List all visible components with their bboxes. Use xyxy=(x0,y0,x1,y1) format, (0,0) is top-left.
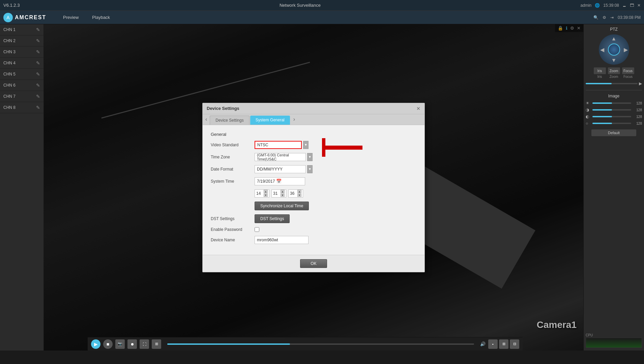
fullscreen-button[interactable]: ⛶ xyxy=(140,339,149,349)
iris-button[interactable]: Iris xyxy=(594,67,606,74)
speed-up-icon[interactable]: ▶ xyxy=(639,81,642,86)
ptz-controls: Iris Iris Zoom Zoom Focus Focus xyxy=(594,67,634,79)
chn8-label: CHN 8 xyxy=(3,105,16,110)
contrast-track[interactable] xyxy=(592,109,631,111)
close-icon[interactable]: ✕ xyxy=(637,3,641,8)
view-layout-controls: ▪ ⊞ ⊟ xyxy=(488,339,519,349)
minute-up[interactable]: ▲ xyxy=(281,190,285,193)
second-up[interactable]: ▲ xyxy=(297,190,301,193)
sidebar-item-chn5[interactable]: CHN 5 ✎ xyxy=(0,69,43,80)
calendar-icon[interactable]: 📅 xyxy=(276,179,282,184)
cpu-label: CPU xyxy=(586,333,642,337)
video-standard-select[interactable]: NTSC xyxy=(255,141,302,149)
hour-up[interactable]: ▲ xyxy=(264,190,268,193)
chn7-label: CHN 7 xyxy=(3,94,16,99)
zoom-button[interactable]: Zoom xyxy=(608,67,620,74)
dialog-tabs: ‹ Device Settings System General › xyxy=(203,114,425,125)
second-spinner[interactable]: ▲ ▼ xyxy=(297,190,301,197)
maximize-icon[interactable]: 🗖 xyxy=(630,3,634,8)
brightness-track[interactable] xyxy=(592,102,631,104)
saturation-value: 128 xyxy=(633,115,642,119)
dst-settings-button[interactable]: DST Settings xyxy=(255,214,290,223)
minute-spinner[interactable]: ▲ ▼ xyxy=(281,190,285,197)
ok-button[interactable]: OK xyxy=(300,259,327,268)
volume-icon[interactable]: 🔊 xyxy=(480,341,486,346)
sync-local-time-button[interactable]: Synchronize Local Time xyxy=(255,202,309,210)
settings-icon[interactable]: ⚙ xyxy=(603,15,606,20)
hour-down[interactable]: ▼ xyxy=(264,193,268,197)
red-arrow-svg xyxy=(322,138,366,157)
sidebar-item-chn6[interactable]: CHN 6 ✎ xyxy=(0,80,43,91)
speed-slider-track[interactable] xyxy=(586,83,638,84)
focus-button[interactable]: Focus xyxy=(622,67,634,74)
saturation-slider-row: ◐ 128 xyxy=(586,114,642,119)
sidebar-item-chn1[interactable]: CHN 1 ✎ xyxy=(0,24,43,35)
image-label: Image xyxy=(608,94,619,98)
hour-input[interactable]: 14 ▲ ▼ xyxy=(255,189,269,198)
admin-label: admin xyxy=(581,3,592,8)
second-value: 36 xyxy=(290,191,294,196)
dialog-footer: OK xyxy=(203,255,425,272)
sharpness-track[interactable] xyxy=(592,123,631,124)
single-view-button[interactable]: ▪ xyxy=(488,339,498,349)
layout-button[interactable]: ⊞ xyxy=(152,339,161,349)
ptz-down-button[interactable]: ▼ xyxy=(611,57,617,63)
system-date-field[interactable]: 7/19/2017 📅 xyxy=(255,177,305,185)
sidebar-item-chn7[interactable]: CHN 7 ✎ xyxy=(0,91,43,102)
saturation-fill xyxy=(592,116,612,117)
tabs-prev-button[interactable]: ‹ xyxy=(203,114,210,125)
tab-device-settings[interactable]: Device Settings xyxy=(210,116,249,125)
sidebar-item-chn2[interactable]: CHN 2 ✎ xyxy=(0,35,43,47)
search-icon[interactable]: 🔍 xyxy=(593,15,598,20)
device-name-input[interactable] xyxy=(255,236,309,244)
nav-right: 🔍 ⚙ ⇥ 03:39:08 PM xyxy=(593,15,641,20)
progress-bar[interactable] xyxy=(167,343,474,345)
sidebar-item-chn3[interactable]: CHN 3 ✎ xyxy=(0,47,43,58)
record-button[interactable]: ⏺ xyxy=(127,339,137,349)
grid-view-button[interactable]: ⊟ xyxy=(510,339,519,349)
quad-view-button[interactable]: ⊞ xyxy=(499,339,508,349)
topbar-time: 15:39:08 xyxy=(603,3,619,8)
minimize-icon[interactable]: 🗕 xyxy=(622,3,626,8)
second-down[interactable]: ▼ xyxy=(297,193,301,197)
sidebar: CHN 1 ✎ CHN 2 ✎ CHN 3 ✎ CHN 4 ✎ CHN 5 ✎ … xyxy=(0,24,44,351)
snapshot-button[interactable]: 📷 xyxy=(115,339,125,349)
tabs-next-button[interactable]: › xyxy=(291,114,298,125)
sidebar-item-chn8[interactable]: CHN 8 ✎ xyxy=(0,102,43,113)
time-zone-label: Time Zone xyxy=(211,155,255,159)
default-button[interactable]: Default xyxy=(591,129,637,136)
time-zone-dropdown[interactable]: ▼ xyxy=(307,153,313,161)
second-input[interactable]: 36 ▲ ▼ xyxy=(288,189,303,198)
video-standard-dropdown[interactable]: ▼ xyxy=(303,141,309,149)
bottom-controls: ▶ ■ 📷 ⏺ ⛶ ⊞ 🔊 ▪ ⊞ ⊟ xyxy=(88,337,523,351)
date-format-dropdown[interactable]: ▼ xyxy=(307,165,313,173)
progress-fill xyxy=(167,343,290,345)
time-zone-select[interactable]: (GMT-6:00) Central Time(US&C xyxy=(255,153,306,161)
hour-spinner[interactable]: ▲ ▼ xyxy=(264,190,268,197)
time-zone-control: (GMT-6:00) Central Time(US&C ▼ xyxy=(255,153,313,161)
saturation-track[interactable] xyxy=(592,116,631,117)
tab-system-general[interactable]: System General xyxy=(250,116,290,125)
ptz-right-button[interactable]: ▶ xyxy=(624,47,628,53)
logout-icon[interactable]: ⇥ xyxy=(610,15,614,20)
contrast-value: 128 xyxy=(633,108,642,112)
ptz-left-button[interactable]: ◀ xyxy=(600,47,604,53)
video-standard-label: Video Standard xyxy=(211,143,255,147)
minute-down[interactable]: ▼ xyxy=(281,193,285,197)
play-button[interactable]: ▶ xyxy=(91,339,100,349)
ptz-up-button[interactable]: ▲ xyxy=(611,36,617,42)
sidebar-item-chn4[interactable]: CHN 4 ✎ xyxy=(0,58,43,69)
brightness-icon: ☀ xyxy=(586,101,591,105)
time-spinners-row: 14 ▲ ▼ 31 ▲ ▼ xyxy=(211,189,416,198)
nav-preview[interactable]: Preview xyxy=(56,11,85,24)
stop-button[interactable]: ■ xyxy=(103,339,113,349)
nav-playback[interactable]: Playback xyxy=(85,11,117,24)
date-format-select[interactable]: DD/MM/YYYY xyxy=(255,165,306,173)
camera-icon-6: ✎ xyxy=(36,83,40,88)
minute-input[interactable]: 31 ▲ ▼ xyxy=(271,189,286,198)
camera-icon-1: ✎ xyxy=(36,27,40,32)
enable-password-checkbox[interactable] xyxy=(255,227,259,232)
contrast-icon: ◑ xyxy=(586,108,591,112)
time-zone-value: (GMT-6:00) Central Time(US&C xyxy=(257,153,303,161)
dialog-close-button[interactable]: ✕ xyxy=(416,106,420,111)
